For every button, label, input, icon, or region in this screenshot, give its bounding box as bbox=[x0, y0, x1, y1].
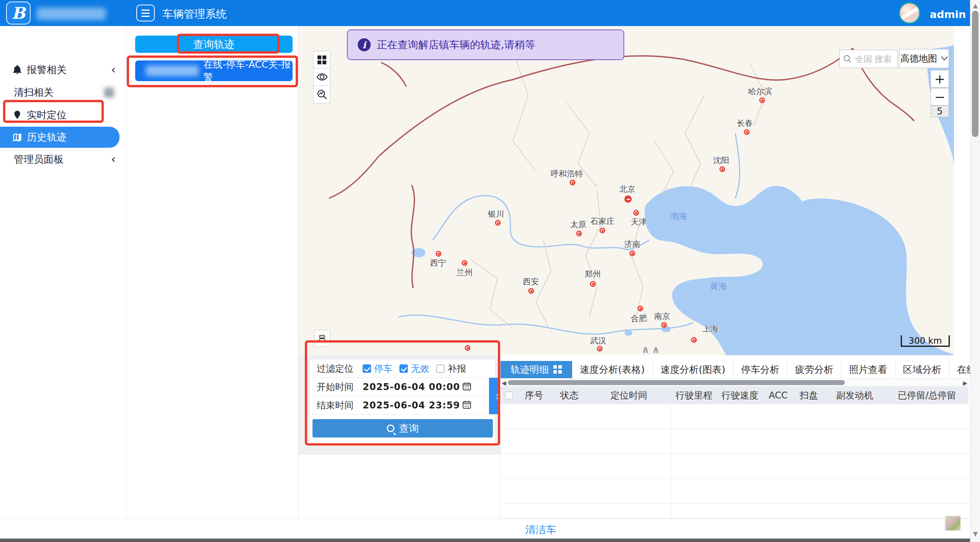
checkbox-supplement[interactable] bbox=[436, 364, 445, 373]
notification-text: 正在查询解店镇车辆的轨迹,请稍等 bbox=[377, 38, 535, 52]
city-label: 呼和浩特 bbox=[551, 168, 583, 179]
basemap-select[interactable]: 高德地图 bbox=[899, 49, 949, 68]
panel-collapse-handle[interactable]: ∧∧ bbox=[636, 344, 668, 355]
city-marker bbox=[576, 231, 582, 237]
tab-parking-analysis[interactable]: 停车分析 bbox=[733, 361, 787, 378]
vehicle-list-panel: 查询轨迹 在线-停车-ACC关-报警 bbox=[127, 26, 298, 519]
city-marker bbox=[630, 251, 635, 256]
menu-toggle-button[interactable] bbox=[136, 5, 155, 21]
grid-icon bbox=[553, 365, 562, 374]
zoom-in-button[interactable]: + bbox=[931, 70, 949, 88]
tab-label: 照片查看 bbox=[849, 363, 887, 376]
vertical-page-scrollbar[interactable]: ▲ ▼ bbox=[970, 0, 980, 542]
tab-label: 停车分析 bbox=[741, 363, 779, 376]
scroll-left-icon[interactable]: ◀ bbox=[502, 380, 506, 387]
sidebar-item-label: 报警相关 bbox=[27, 63, 67, 77]
table-column-divider bbox=[671, 404, 671, 529]
city-marker bbox=[691, 337, 697, 343]
grid-view-button[interactable] bbox=[314, 51, 330, 69]
checkbox-parking[interactable] bbox=[363, 364, 371, 373]
scrollbar-thumb[interactable] bbox=[972, 11, 978, 137]
eye-icon bbox=[316, 71, 328, 83]
robot-tool-button[interactable] bbox=[314, 330, 330, 347]
bell-icon bbox=[11, 64, 23, 75]
tab-fatigue-analysis[interactable]: 疲劳分析 bbox=[787, 361, 841, 378]
tab-photo-view[interactable]: 照片查看 bbox=[841, 361, 895, 378]
query-track-button[interactable]: 查询轨迹 bbox=[135, 36, 293, 53]
column-header: 已停留/总停留 bbox=[885, 389, 969, 402]
query-button-label: 查询 bbox=[399, 422, 419, 435]
tab-label: 速度分析(表格) bbox=[580, 363, 645, 376]
city-label: 西安 bbox=[523, 276, 539, 287]
sidebar-item-label: 历史轨迹 bbox=[27, 131, 67, 144]
vehicle-list-item[interactable]: 在线-停车-ACC关-报警 bbox=[135, 60, 293, 81]
select-all-checkbox[interactable] bbox=[505, 392, 513, 399]
horizontal-page-scrollbar[interactable] bbox=[0, 539, 980, 542]
page-title: 车辆管理系统 bbox=[162, 7, 227, 21]
city-label: 天津 bbox=[631, 217, 647, 227]
map-scale-bar: 300 km bbox=[901, 335, 950, 347]
city-marker bbox=[759, 98, 765, 103]
scroll-up-icon[interactable]: ▲ bbox=[970, 2, 980, 9]
city-marker bbox=[600, 228, 605, 233]
vehicle-marker bbox=[465, 345, 471, 351]
badge-blurred bbox=[104, 88, 114, 98]
track-zoom-button[interactable] bbox=[314, 86, 330, 103]
city-marker bbox=[597, 346, 603, 352]
sidebar-item-alarms[interactable]: 报警相关 ‹ bbox=[0, 60, 126, 80]
city-label: 银川 bbox=[488, 209, 504, 219]
city-label: 长春 bbox=[737, 118, 753, 129]
end-time-label: 结束时间 bbox=[317, 399, 363, 411]
end-time-value[interactable]: 2025-06-04 23:59 bbox=[363, 400, 460, 411]
avatar[interactable] bbox=[899, 2, 920, 24]
photo-thumbnail[interactable] bbox=[945, 516, 960, 531]
city-label: 郑州 bbox=[585, 269, 601, 279]
city-marker bbox=[720, 167, 725, 172]
top-header: B 车辆管理系统 admin bbox=[0, 0, 970, 26]
city-label: 南京 bbox=[654, 311, 670, 322]
scroll-right-icon[interactable]: ▶ bbox=[963, 380, 967, 387]
user-name[interactable]: admin bbox=[930, 8, 966, 20]
tab-speed-table[interactable]: 速度分析(表格) bbox=[572, 361, 653, 378]
tab-track-detail[interactable]: 轨迹明细 bbox=[501, 361, 572, 378]
checkbox-label[interactable]: 补报 bbox=[448, 362, 466, 375]
track-filter-panel: 过滤定位 停车 无效 补报 开始时间 2025-06-04 00:00 结束时间… bbox=[309, 359, 496, 444]
tab-area-analysis[interactable]: 区域分析 bbox=[895, 361, 949, 378]
checkbox-invalid[interactable] bbox=[399, 364, 408, 373]
robot-icon bbox=[317, 334, 327, 343]
start-time-value[interactable]: 2025-06-04 00:00 bbox=[363, 382, 460, 392]
sidebar-item-history-track[interactable]: 历史轨迹 bbox=[0, 127, 119, 148]
vehicle-type-link[interactable]: 清洁车 bbox=[525, 523, 556, 537]
table-row bbox=[501, 404, 969, 429]
logo-letter: B bbox=[11, 4, 25, 23]
grid-icon bbox=[317, 56, 326, 64]
table-row bbox=[501, 454, 969, 479]
calendar-icon[interactable] bbox=[462, 381, 472, 393]
visibility-button[interactable] bbox=[314, 69, 330, 86]
sidebar-item-admin-panel[interactable]: 管理员面板 ‹ bbox=[0, 149, 126, 169]
column-header: 副发动机 bbox=[824, 389, 885, 402]
zoom-out-button[interactable]: − bbox=[931, 88, 949, 106]
chevron-left-icon: ‹ bbox=[111, 153, 116, 165]
tab-speed-chart[interactable]: 速度分析(图表) bbox=[653, 361, 733, 378]
map-icon bbox=[11, 132, 23, 143]
column-header: ACC bbox=[763, 390, 793, 401]
city-label: 太原 bbox=[570, 219, 586, 230]
scrollbar-thumb[interactable] bbox=[508, 380, 845, 385]
checkbox-label[interactable]: 停车 bbox=[374, 362, 393, 375]
sidebar-item-realtime-location[interactable]: 实时定位 bbox=[0, 105, 126, 125]
scroll-down-icon[interactable]: ▼ bbox=[970, 530, 980, 537]
query-button[interactable]: 查询 bbox=[312, 419, 493, 438]
city-marker bbox=[462, 260, 468, 266]
table-horizontal-scrollbar[interactable]: ◀ ▶ bbox=[501, 378, 969, 387]
calendar-icon[interactable] bbox=[462, 400, 472, 411]
sidebar-item-sweeping[interactable]: 清扫相关 bbox=[0, 82, 126, 102]
chevron-down-icon bbox=[941, 56, 948, 61]
column-header: 行驶里程 bbox=[671, 389, 717, 402]
sidebar-item-label: 清扫相关 bbox=[14, 86, 54, 99]
checkbox-label[interactable]: 无效 bbox=[411, 362, 429, 375]
city-label: 哈尔滨 bbox=[748, 86, 772, 97]
search-input[interactable] bbox=[854, 54, 893, 64]
map-search-box bbox=[839, 50, 898, 68]
table-row bbox=[501, 479, 969, 504]
